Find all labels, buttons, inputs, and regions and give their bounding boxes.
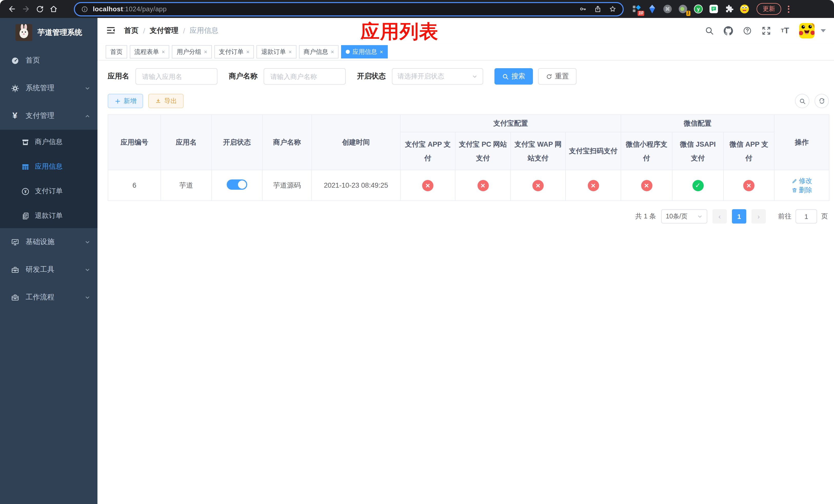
extension-recorder-icon[interactable]: 1 <box>678 4 688 14</box>
edit-button[interactable]: 修改 <box>791 176 812 185</box>
cell-actions: 修改 删除 <box>774 170 829 201</box>
extension-chat-icon[interactable] <box>709 4 719 14</box>
url-text[interactable]: localhost:1024/pay/app <box>93 5 167 13</box>
export-button-label: 导出 <box>164 97 177 105</box>
export-button[interactable]: 导出 <box>148 94 184 108</box>
sidebar-item-home[interactable]: 首页 <box>0 47 97 74</box>
tab-close-icon[interactable]: × <box>246 49 249 54</box>
tab-process-form[interactable]: 流程表单× <box>130 45 170 59</box>
sidebar-item-label: 商户信息 <box>35 137 63 147</box>
cell-merchant: 芋道源码 <box>262 170 312 201</box>
tab-app-info-active[interactable]: 应用信息× <box>341 45 388 59</box>
chevron-down-icon <box>85 239 90 245</box>
tab-user-group[interactable]: 用户分组× <box>172 45 212 59</box>
alipay-app-status-icon <box>422 180 433 191</box>
extension-emoji-icon[interactable] <box>740 4 749 14</box>
breadcrumb-item[interactable]: 支付管理 <box>150 26 178 36</box>
page-size-select[interactable]: 10条/页 <box>661 209 707 224</box>
extension-command-icon[interactable]: ⌘ <box>663 4 673 14</box>
sidebar-item-app-info[interactable]: 应用信息 <box>0 154 97 179</box>
tab-pay-order[interactable]: 支付订单× <box>214 45 254 59</box>
sidebar-item-workflow[interactable]: 工作流程 <box>0 283 97 311</box>
tab-close-icon[interactable]: × <box>288 49 292 54</box>
share-icon[interactable] <box>594 5 602 13</box>
reset-button[interactable]: 重置 <box>538 68 576 85</box>
next-page-button[interactable]: › <box>751 209 766 224</box>
tab-close-icon[interactable]: × <box>161 49 165 54</box>
column-header-wx-mini: 微信小程序支付 <box>621 132 672 170</box>
browser-home-icon[interactable] <box>47 2 61 16</box>
browser-menu-icon[interactable] <box>784 3 792 15</box>
extension-tag-icon[interactable]: 10 <box>632 4 642 14</box>
password-key-icon[interactable] <box>579 5 587 13</box>
extensions-puzzle-icon[interactable] <box>724 4 734 14</box>
tab-label: 应用信息 <box>352 47 377 56</box>
sidebar-item-label: 退款订单 <box>35 211 63 221</box>
tab-home[interactable]: 首页 <box>106 45 127 59</box>
sidebar-item-dev-tools[interactable]: 研发工具 <box>0 256 97 283</box>
app-logo[interactable]: 芋道管理系统 <box>0 18 97 47</box>
tab-refund-order[interactable]: 退款订单× <box>257 45 297 59</box>
tab-merchant-info[interactable]: 商户信息× <box>299 45 339 59</box>
browser-back-icon[interactable] <box>5 2 19 16</box>
github-icon[interactable] <box>723 26 733 36</box>
help-icon[interactable] <box>742 26 752 36</box>
tab-close-icon[interactable]: × <box>379 49 383 54</box>
gear-icon <box>10 84 20 93</box>
column-header-actions: 操作 <box>774 115 829 170</box>
sidebar-collapse-icon[interactable] <box>106 25 117 37</box>
extension-y-icon[interactable]: y <box>694 4 703 14</box>
tab-close-icon[interactable]: × <box>204 49 207 54</box>
extension-kite-icon[interactable] <box>647 4 657 14</box>
table-toolbar: 新增 导出 <box>108 94 829 108</box>
sidebar-item-infrastructure[interactable]: 基础设施 <box>0 228 97 256</box>
sidebar-item-refund-order[interactable]: 退款订单 <box>0 204 97 228</box>
browser-toolbar: localhost:1024/pay/app 10 <box>0 0 834 18</box>
browser-update-button[interactable]: 更新 <box>756 3 781 15</box>
payment-submenu: 商户信息 应用信息 ¥ 支付订单 <box>0 130 97 228</box>
search-icon[interactable] <box>704 26 714 36</box>
sidebar-item-label: 系统管理 <box>26 84 54 93</box>
status-toggle[interactable] <box>227 180 247 190</box>
column-header-app-name: 应用名 <box>161 115 212 170</box>
font-size-icon[interactable]: TT <box>780 26 790 36</box>
breadcrumb-item[interactable]: 首页 <box>124 26 138 36</box>
app-name-input[interactable] <box>135 68 218 85</box>
current-page-button[interactable]: 1 <box>732 209 746 224</box>
delete-button[interactable]: 删除 <box>791 185 812 194</box>
merchant-name-input[interactable] <box>264 68 346 85</box>
app-title: 芋道管理系统 <box>38 27 82 37</box>
tab-close-icon[interactable]: × <box>331 49 334 54</box>
tab-label: 支付订单 <box>219 47 244 56</box>
address-bar[interactable]: localhost:1024/pay/app <box>74 2 624 16</box>
refresh-table-icon-button[interactable] <box>814 94 829 108</box>
dashboard-icon <box>10 56 20 65</box>
browser-reload-icon[interactable] <box>33 2 47 16</box>
bookmark-star-icon[interactable] <box>609 5 616 13</box>
chevron-up-icon <box>85 113 90 119</box>
status-select[interactable]: 请选择开启状态 <box>392 68 483 85</box>
user-avatar[interactable] <box>799 23 814 39</box>
breadcrumb-separator: / <box>183 27 185 35</box>
sidebar-item-system[interactable]: 系统管理 <box>0 74 97 102</box>
sidebar-item-label: 应用信息 <box>35 162 63 171</box>
fullscreen-icon[interactable] <box>761 26 771 36</box>
cell-created: 2021-10-23 08:49:25 <box>312 170 400 201</box>
sidebar-item-label: 基础设施 <box>26 237 54 247</box>
browser-forward-icon[interactable] <box>19 2 33 16</box>
form-label-app-name: 应用名 <box>108 72 129 81</box>
tags-view-bar: 首页 流程表单× 用户分组× 支付订单× 退款订单× 商户信息× 应用信息× <box>97 44 834 61</box>
chevron-down-icon <box>85 267 90 273</box>
prev-page-button[interactable]: ‹ <box>712 209 727 224</box>
add-button[interactable]: 新增 <box>108 94 143 108</box>
toggle-search-icon-button[interactable] <box>795 94 809 108</box>
search-form: 应用名 商户名称 开启状态 请选择开启状态 <box>108 68 829 85</box>
sidebar-item-pay-order[interactable]: ¥ 支付订单 <box>0 179 97 204</box>
site-info-icon[interactable] <box>81 5 88 13</box>
avatar-caret-icon[interactable] <box>821 29 826 32</box>
sidebar-item-label: 支付订单 <box>35 187 63 196</box>
sidebar-item-payment[interactable]: ¥ 支付管理 <box>0 102 97 130</box>
goto-page-input[interactable] <box>795 209 817 224</box>
sidebar-item-merchant-info[interactable]: 商户信息 <box>0 130 97 154</box>
search-button[interactable]: 搜索 <box>495 68 533 85</box>
